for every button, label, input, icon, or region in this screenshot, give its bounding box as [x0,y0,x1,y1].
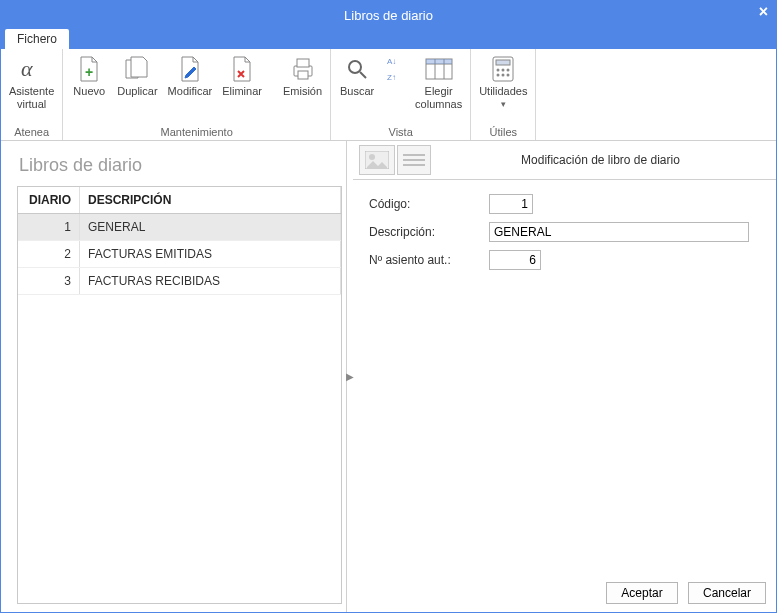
label-descripcion: Descripción: [369,225,489,239]
svg-point-16 [502,74,505,77]
svg-point-14 [507,69,510,72]
ribbon-group-label: Vista [335,125,466,140]
data-grid[interactable]: DIARIO DESCRIPCIÓN 1GENERAL2FACTURAS EMI… [17,186,342,604]
ribbon-group-mantenimiento: + Nuevo Duplicar Modificar Eli [63,49,331,140]
image-view-icon[interactable] [359,145,395,175]
ribbon-label: Nuevo [73,85,105,98]
title-bar: Libros de diario × [1,1,776,29]
ribbon-label: Duplicar [117,85,157,98]
search-icon [344,53,370,85]
svg-rect-4 [298,71,308,79]
input-descripcion[interactable] [489,222,749,242]
alpha-icon: α [19,53,45,85]
table-row[interactable]: 3FACTURAS RECIBIDAS [18,268,341,295]
cell-diario: 2 [18,241,80,267]
svg-text:A↓: A↓ [387,57,396,66]
ribbon-group-utiles: Utilidades ▾ Útiles [471,49,536,140]
file-delete-icon [230,53,254,85]
calculator-icon [492,53,514,85]
label-asiento: Nº asiento aut.: [369,253,489,267]
cell-diario: 1 [18,214,80,240]
table-row[interactable]: 2FACTURAS EMITIDAS [18,241,341,268]
accept-button[interactable]: Aceptar [606,582,678,604]
duplicar-button[interactable]: Duplicar [113,51,161,100]
cell-descripcion: FACTURAS EMITIDAS [80,241,341,267]
asistente-virtual-button[interactable]: α Asistente virtual [5,51,58,113]
list-view-icon[interactable] [397,145,431,175]
ribbon-label: Buscar [340,85,374,98]
ribbon-group-label: Mantenimiento [67,125,326,140]
ribbon-tabstrip: Fichero [1,29,776,49]
col-header-diario[interactable]: DIARIO [18,187,80,213]
columns-icon [425,53,453,85]
cell-diario: 3 [18,268,80,294]
file-plus-icon: + [77,53,101,85]
detail-title: Modificación de libro de diario [431,153,770,167]
detail-panel: Modificación de libro de diario Código: … [353,141,776,612]
cell-descripcion: GENERAL [80,214,341,240]
window-title: Libros de diario [344,8,433,23]
chevron-down-icon: ▾ [501,98,506,111]
label-codigo: Código: [369,197,489,211]
ribbon-group-vista: Buscar A↓Z↑ Elegir columnas Vista [331,49,471,140]
list-title: Libros de diario [19,155,340,176]
button-bar: Aceptar Cancelar [606,582,766,604]
svg-rect-9 [426,59,452,64]
ribbon-group-label: Atenea [5,125,58,140]
input-asiento[interactable] [489,250,541,270]
utilidades-button[interactable]: Utilidades ▾ [475,51,531,113]
svg-point-17 [507,74,510,77]
svg-text:α: α [21,56,33,81]
nuevo-button[interactable]: + Nuevo [67,51,111,100]
detail-form: Código: Descripción: Nº asiento aut.: [353,180,776,292]
ribbon-label: Eliminar [222,85,262,98]
cell-descripcion: FACTURAS RECIBIDAS [80,268,341,294]
ribbon-label: Asistente virtual [9,85,54,111]
svg-point-19 [369,154,375,160]
ribbon-label: Modificar [168,85,213,98]
modificar-button[interactable]: Modificar [164,51,217,100]
sort-az-icon: A↓Z↑ [385,53,405,85]
file-copy-icon [123,53,151,85]
sort-button[interactable]: A↓Z↑ [381,51,409,87]
cancel-button[interactable]: Cancelar [688,582,766,604]
input-codigo[interactable] [489,194,533,214]
svg-point-13 [502,69,505,72]
eliminar-button[interactable]: Eliminar [218,51,266,100]
table-row[interactable]: 1GENERAL [18,214,341,241]
svg-point-15 [497,74,500,77]
buscar-button[interactable]: Buscar [335,51,379,100]
svg-text:+: + [85,64,93,80]
ribbon-label: Elegir columnas [415,85,462,111]
svg-point-5 [349,61,361,73]
close-icon[interactable]: × [759,3,768,21]
list-panel: Libros de diario DIARIO DESCRIPCIÓN 1GEN… [1,141,347,612]
svg-rect-3 [297,59,309,67]
svg-point-12 [497,69,500,72]
detail-header: Modificación de libro de diario [353,141,776,180]
ribbon-group-atenea: α Asistente virtual Atenea [1,49,63,140]
svg-rect-11 [496,60,510,65]
ribbon: α Asistente virtual Atenea + Nuevo Dupli… [1,49,776,141]
emision-button[interactable]: Emisión [279,51,326,100]
file-edit-icon [178,53,202,85]
ribbon-label: Emisión [283,85,322,98]
grid-header: DIARIO DESCRIPCIÓN [18,187,341,214]
col-header-descripcion[interactable]: DESCRIPCIÓN [80,187,341,213]
ribbon-group-label: Útiles [475,125,531,140]
print-icon [289,53,317,85]
svg-text:Z↑: Z↑ [387,73,396,82]
tab-fichero[interactable]: Fichero [5,29,69,49]
elegir-columnas-button[interactable]: Elegir columnas [411,51,466,113]
ribbon-label: Utilidades [479,85,527,98]
